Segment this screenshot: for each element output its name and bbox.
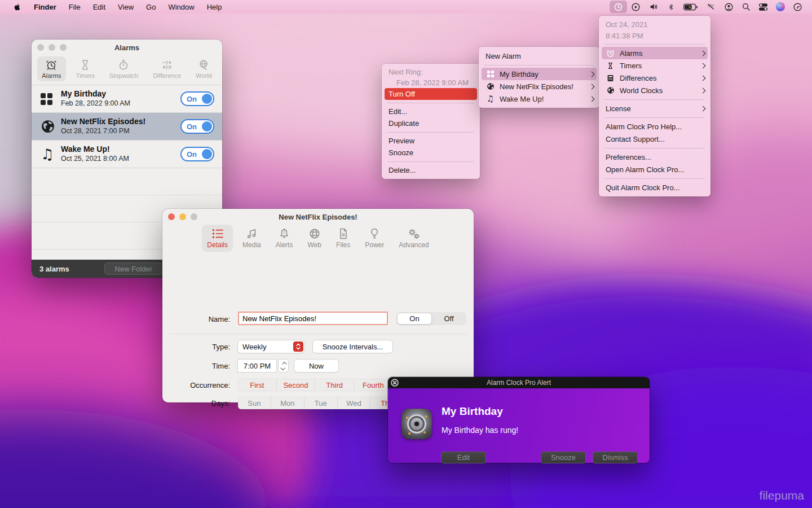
menu-item-help[interactable]: Alarm Clock Pro Help... <box>599 120 710 133</box>
minimize-button[interactable] <box>179 213 186 220</box>
tab-alerts[interactable]: Alerts <box>271 225 298 252</box>
alarm-toggle[interactable]: On <box>180 147 214 161</box>
control-center-icon[interactable] <box>754 1 772 13</box>
alarm-clock-menu-icon[interactable] <box>610 1 627 13</box>
menu-item-contact-support[interactable]: Contact Support... <box>599 133 710 145</box>
tab-stopwatch[interactable]: Stopwatch <box>105 56 143 81</box>
time-field[interactable]: 7:00 PM <box>238 360 276 372</box>
name-input[interactable] <box>238 312 388 325</box>
on-segment[interactable]: On <box>397 313 432 325</box>
menu-item-world-clocks[interactable]: World Clocks <box>602 84 708 97</box>
globe-icon <box>606 86 615 94</box>
menu-item-preview[interactable]: Preview <box>382 135 480 147</box>
onoff-segmented[interactable]: On Off <box>396 312 466 325</box>
menu-item-quit[interactable]: Quit Alarm Clock Pro... <box>599 181 710 194</box>
day-mon[interactable]: Mon <box>271 397 304 409</box>
alarms-titlebar[interactable]: Alarms <box>32 40 222 55</box>
day-wed[interactable]: Wed <box>337 397 370 409</box>
zoom-button[interactable] <box>60 44 67 51</box>
tab-timers[interactable]: Timers <box>72 56 99 81</box>
user-circle-icon[interactable] <box>720 1 738 13</box>
time-stepper[interactable] <box>279 360 288 372</box>
alarm-row-wake-me-up[interactable]: ♫ Wake Me Up! Oct 25, 2021 8:00 AM On <box>32 141 222 168</box>
battery-charging-icon[interactable] <box>679 1 701 13</box>
menu-separator <box>604 44 705 45</box>
menu-go[interactable]: Go <box>140 0 162 14</box>
menu-finder[interactable]: Finder <box>28 0 63 14</box>
alarm-row-my-birthday[interactable]: My Birthday Feb 28, 2022 9:00 AM On <box>32 85 222 113</box>
now-button[interactable]: Now <box>294 360 338 372</box>
filepuma-watermark: filepuma <box>760 489 804 502</box>
menu-item-snooze[interactable]: Snooze <box>382 147 480 159</box>
menu-date: Oct 24, 2021 <box>599 19 710 30</box>
off-segment[interactable]: Off <box>432 313 466 325</box>
minimize-button[interactable] <box>48 44 55 51</box>
tab-label: Alerts <box>276 241 293 249</box>
alarm-context-menu: Next Ring: Feb 28, 2022 9:00 AM Turn Off… <box>382 64 480 179</box>
tab-advanced[interactable]: Advanced <box>394 225 434 252</box>
tab-details[interactable]: Details <box>202 225 233 252</box>
tab-world[interactable]: World <box>191 56 217 81</box>
menu-item-new-netflix[interactable]: New NetFlix Episodes! <box>482 80 597 93</box>
menu-item-license[interactable]: License <box>599 102 710 115</box>
menu-window[interactable]: Window <box>162 0 200 14</box>
chevron-right-icon <box>700 106 706 111</box>
tab-media[interactable]: Media <box>237 225 266 252</box>
occurrence-third[interactable]: Third <box>315 379 354 391</box>
tab-alarms[interactable]: Alarms <box>37 56 65 81</box>
alert-titlebar[interactable]: Alarm Clock Pro Alert <box>388 377 650 388</box>
clock-face-icon[interactable] <box>789 1 806 13</box>
menu-item-duplicate[interactable]: Duplicate <box>382 117 480 129</box>
occurrence-second[interactable]: Second <box>276 379 315 391</box>
alarm-row-netflix[interactable]: New NetFlix Episodes! Oct 28, 2021 7:00 … <box>32 113 222 141</box>
alarm-date: Feb 28, 2022 9:00 AM <box>61 99 180 108</box>
apple-menu[interactable] <box>7 0 28 14</box>
search-icon[interactable] <box>738 1 754 13</box>
tab-files[interactable]: Files <box>331 225 355 252</box>
zoom-button[interactable] <box>191 213 197 220</box>
menu-item-wake-me-up[interactable]: ♫ Wake Me Up! <box>482 93 597 105</box>
menu-item-new-alarm[interactable]: New Alarm <box>479 50 599 62</box>
menu-item-delete[interactable]: Delete... <box>382 164 480 176</box>
tab-web[interactable]: Web <box>302 225 326 252</box>
alarm-count: 3 alarms <box>39 265 69 273</box>
volume-icon[interactable] <box>645 1 663 13</box>
menu-item-preferences[interactable]: Preferences... <box>599 151 710 163</box>
grid-icon <box>41 93 61 105</box>
close-button[interactable] <box>37 44 44 51</box>
tab-difference[interactable]: Difference <box>148 56 186 81</box>
menu-item-alarms[interactable]: Alarms <box>602 47 708 59</box>
close-icon[interactable] <box>391 379 399 387</box>
menu-item-timers[interactable]: Timers <box>602 59 708 72</box>
occurrence-first[interactable]: First <box>238 379 276 391</box>
dismiss-button[interactable]: Dismiss <box>593 452 638 463</box>
menu-item-differences[interactable]: Differences <box>602 72 708 84</box>
menu-file[interactable]: File <box>63 0 87 14</box>
play-circle-icon[interactable] <box>627 1 645 13</box>
type-popup[interactable]: Weekly <box>238 340 304 353</box>
snooze-intervals-button[interactable]: Snooze Intervals... <box>313 340 392 353</box>
alarm-toggle[interactable]: On <box>180 91 214 106</box>
menu-help[interactable]: Help <box>201 0 228 14</box>
edit-button[interactable]: Edit <box>441 452 486 463</box>
day-sun[interactable]: Sun <box>238 397 271 409</box>
menu-edit[interactable]: Edit <box>87 0 112 14</box>
menu-view[interactable]: View <box>112 0 140 14</box>
siri-icon[interactable] <box>772 1 789 13</box>
calculator-icon <box>606 74 615 82</box>
globe-icon <box>486 82 495 90</box>
new-folder-button[interactable]: New Folder <box>104 262 163 275</box>
occurrence-fourth[interactable]: Fourth <box>354 379 392 391</box>
tab-power[interactable]: Power <box>360 225 389 252</box>
menu-item-my-birthday[interactable]: My Birthday <box>482 68 597 80</box>
edit-titlebar[interactable]: New NetFlix Episodes! <box>162 209 474 225</box>
menu-item-open-app[interactable]: Open Alarm Clock Pro... <box>599 163 710 176</box>
alarm-toggle[interactable]: On <box>180 119 214 134</box>
menu-item-turn-off[interactable]: Turn Off <box>385 88 477 100</box>
close-button[interactable] <box>168 213 175 220</box>
snooze-button[interactable]: Snooze <box>541 452 586 463</box>
wifi-off-icon[interactable] <box>701 1 720 13</box>
bluetooth-icon[interactable] <box>663 1 679 13</box>
day-tue[interactable]: Tue <box>304 397 337 409</box>
menu-item-edit[interactable]: Edit... <box>382 106 480 117</box>
